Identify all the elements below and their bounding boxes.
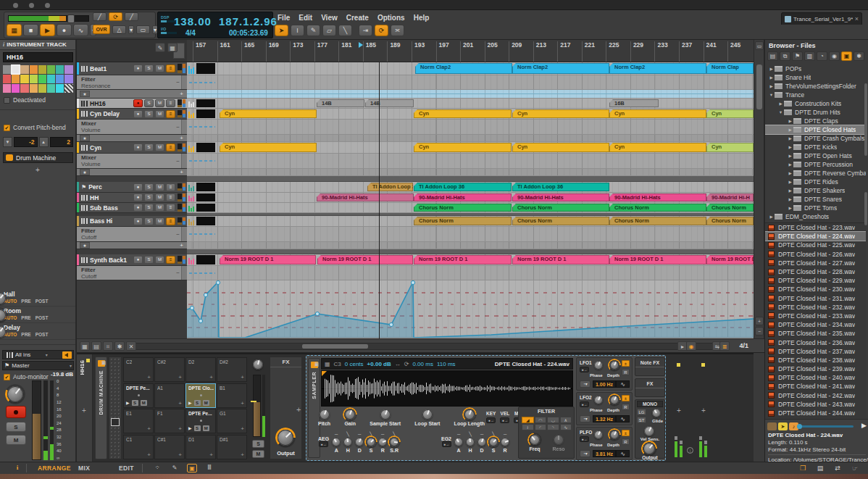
clip-14b[interactable]: 14B xyxy=(317,99,364,107)
pencil-tool[interactable]: ✎ xyxy=(306,25,320,36)
eg-knob-h[interactable]: ╲H xyxy=(343,432,352,453)
lfo-depth-knob[interactable] xyxy=(610,361,619,370)
sampler-knob-gain[interactable]: Gain xyxy=(344,409,356,426)
automation-star-icon[interactable]: ★ xyxy=(80,242,90,249)
clip-norm-clap[interactable]: Norm Clap xyxy=(706,63,754,74)
file-item[interactable]: DPTE Closed Hat - 235.wav xyxy=(765,329,866,338)
eg-knob-r[interactable]: ─R xyxy=(501,432,509,453)
pad-mute-button[interactable]: M xyxy=(141,400,147,406)
solo-button[interactable]: S xyxy=(144,256,154,264)
color-swatch[interactable] xyxy=(38,75,46,83)
filter-type-icon[interactable]: ◝ xyxy=(547,424,559,430)
lfo-depth-knob[interactable] xyxy=(610,396,619,404)
sample-start-flag[interactable] xyxy=(322,371,327,376)
lfo-sync-button[interactable]: ◔▾ xyxy=(580,415,591,422)
deactivated-checkbox[interactable] xyxy=(4,97,10,104)
file-item[interactable]: DPTE Closed Hat - 226.wav xyxy=(765,250,866,259)
browser-file-info-icon[interactable]: ▤ xyxy=(814,463,826,473)
knob[interactable] xyxy=(464,409,475,420)
fade-out-button[interactable]: ╱ xyxy=(125,12,138,21)
color-swatch[interactable] xyxy=(3,75,11,83)
horizontal-scroll-thumb[interactable] xyxy=(302,344,368,349)
track-menu-button[interactable]: ≡ xyxy=(166,183,175,191)
clip-cyn[interactable]: Cyn xyxy=(220,109,317,118)
track-lane-mixer[interactable] xyxy=(187,154,754,169)
project-close-icon[interactable]: × xyxy=(855,15,859,22)
pad-volume-fader[interactable] xyxy=(253,375,261,437)
tree-item-dpte-percussion[interactable]: ▶DPTE Percussion xyxy=(765,160,866,169)
pad-add-icon[interactable]: + xyxy=(178,451,182,458)
sample-gain-value[interactable]: +0.00 dB xyxy=(367,361,391,367)
stretch-icon[interactable]: ↔ xyxy=(395,361,401,367)
clip-90-madrid-hi-hats[interactable]: 90-Madrid Hi-Hats xyxy=(512,193,609,201)
tree-item-dpte-closed-hats[interactable]: ▶DPTE Closed Hats xyxy=(765,125,866,134)
time-value[interactable]: 00:05:23.69 xyxy=(229,29,268,37)
file-list-scrollbar[interactable] xyxy=(864,192,867,225)
vu-handle[interactable] xyxy=(67,14,75,23)
track-header-mixer[interactable]: MixerVolume− xyxy=(77,154,187,169)
expand-arrow-icon[interactable]: ▶ xyxy=(787,197,793,201)
track-fader[interactable] xyxy=(32,380,41,460)
lfo-waveform-icon[interactable]: ∿ xyxy=(616,380,630,388)
time-selection-tool[interactable]: I xyxy=(291,25,304,36)
vertical-scroll-thumb[interactable] xyxy=(756,64,762,109)
tree-item-dpte-crash-cymbals[interactable]: ▶DPTE Crash Cymbals xyxy=(765,134,866,143)
automation-resize-handle[interactable] xyxy=(181,227,187,241)
color-swatch[interactable] xyxy=(30,84,38,93)
convert-pitchbend-checkbox[interactable]: ✔ xyxy=(4,125,10,131)
lane[interactable] xyxy=(187,90,754,99)
mix-io-icon[interactable]: ⁘ xyxy=(152,464,162,472)
track-lane-cyn[interactable]: CynCynCynCynCyn xyxy=(187,142,754,154)
record-arm-button[interactable]: ● xyxy=(133,256,143,264)
menu-help[interactable]: Help xyxy=(412,13,431,22)
eg-knob-r[interactable]: ─R xyxy=(378,432,387,453)
add-device-after-icon[interactable]: + xyxy=(296,405,301,414)
plus-row[interactable]: ★+ xyxy=(77,242,187,249)
clip-chorus-norm[interactable]: Chorus Norm xyxy=(414,204,512,212)
metronome-menu-button[interactable]: ▾ xyxy=(128,25,134,34)
tree-item-dpte-claps[interactable]: ▶DPTE Claps xyxy=(765,117,866,125)
expand-arrow-icon[interactable]: ▶ xyxy=(768,84,775,88)
color-swatch[interactable] xyxy=(47,75,55,83)
filter-type-icon[interactable]: ◜ xyxy=(535,424,547,430)
fade-in-button[interactable]: ╱ xyxy=(93,12,107,21)
color-swatch[interactable] xyxy=(47,84,55,93)
menu-options[interactable]: Options xyxy=(376,13,406,22)
clip-chorus-norm[interactable]: Chorus Norm xyxy=(609,204,706,212)
corner-icon[interactable]: ✎ xyxy=(155,43,165,52)
send-mode-post[interactable]: POST xyxy=(36,315,49,320)
drum-pad-dpte-pe-[interactable]: DPTE Pe...▶SM xyxy=(185,409,216,433)
clip-ti-addon-loop-36[interactable]: TI Addon Loop 36 xyxy=(367,183,413,191)
edit-tool-icon[interactable]: ✎ xyxy=(170,464,180,472)
lfo-retrigger-button[interactable]: R xyxy=(622,404,630,410)
pitchbend-up-button[interactable]: ▲ xyxy=(39,137,49,147)
clip-14b[interactable]: 14B xyxy=(365,99,414,107)
lfo-retrigger-button[interactable]: R xyxy=(622,438,630,445)
footer-right-icon[interactable]: ◉ xyxy=(686,341,696,351)
browser-show-folder-icon[interactable]: ❒ xyxy=(797,463,809,473)
clip-norm-19-root-d-1[interactable]: Norm 19 ROOT D 1 xyxy=(317,255,413,265)
send-mode-pre[interactable]: PRE xyxy=(21,299,30,304)
knob[interactable] xyxy=(320,409,330,420)
mono-label[interactable]: MONO xyxy=(637,401,663,407)
drum-pad-dpte-pe-[interactable]: DPTE Pe...▶SM xyxy=(123,383,154,408)
file-item[interactable]: DPTE Closed Hat - 234.wav xyxy=(765,320,866,329)
plus-row[interactable]: ★+ xyxy=(77,169,187,176)
file-item[interactable]: DPTE Closed Hat - 244.wav xyxy=(765,409,866,417)
lfo-mod-button[interactable]: ●→ xyxy=(580,401,589,407)
expand-arrow-icon[interactable]: ▶ xyxy=(768,67,775,71)
color-swatch[interactable] xyxy=(38,84,46,93)
solo-button[interactable]: S xyxy=(144,99,154,107)
solo-button[interactable]: S xyxy=(144,204,154,212)
file-item[interactable]: DPTE Closed Hat - 230.wav xyxy=(765,285,866,293)
drum-pad-c-2[interactable]: C#2+ xyxy=(154,357,185,382)
file-item[interactable]: DPTE Closed Hat - 240.wav xyxy=(765,373,866,382)
eg-knob-d[interactable]: ─D xyxy=(477,432,486,453)
send-mode-pre[interactable]: PRE xyxy=(21,315,30,320)
pad-bank-selector[interactable] xyxy=(109,357,122,459)
device-panel-icon[interactable]: ▣ xyxy=(187,464,197,472)
eg-knob-a[interactable]: ─A xyxy=(332,432,341,453)
drum-pad-c-1[interactable]: C#1+ xyxy=(154,435,185,459)
automation-resize-handle[interactable] xyxy=(181,154,187,168)
tree-item-dpte-drum-hits[interactable]: ▼DPTE Drum Hits xyxy=(765,108,866,117)
